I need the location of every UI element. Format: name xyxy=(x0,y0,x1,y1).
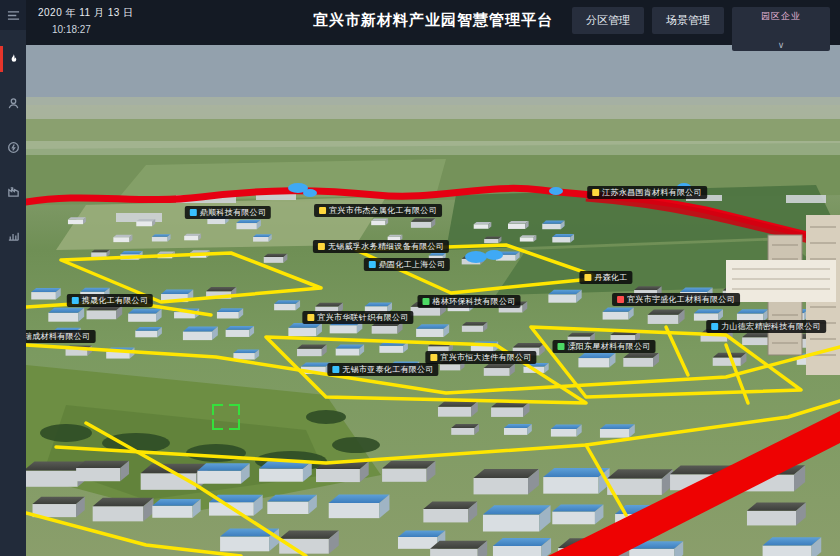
company-marker-icon xyxy=(369,261,376,268)
company-name: 无锡市亚泰化工有限公司 xyxy=(342,365,433,374)
map-company-label[interactable]: 鼎固化工上海公司 xyxy=(364,258,450,271)
map-company-label[interactable]: 无锡威孚水务精细设备有限公司 xyxy=(313,240,449,253)
map-3d-viewport[interactable]: 鼎顺科技有限公司宜兴市伟杰金属化工有限公司无锡威孚水务精细设备有限公司鼎固化工上… xyxy=(26,45,840,556)
company-name: 宜兴市恒大连件有限公司 xyxy=(440,353,531,362)
company-name: 格林环保科技有限公司 xyxy=(433,297,516,306)
map-company-label[interactable]: 新瑞成材料有限公司 xyxy=(26,330,95,343)
map-company-label[interactable]: 鼎顺科技有限公司 xyxy=(185,206,271,219)
power-icon xyxy=(7,141,20,154)
menu-icon[interactable] xyxy=(0,0,26,30)
bar-chart-icon xyxy=(7,229,20,242)
company-name: 携晟化工有限公司 xyxy=(82,296,148,305)
company-marker-icon xyxy=(72,297,79,304)
zone-manage-button[interactable]: 分区管理 xyxy=(572,7,644,34)
scene-manage-button[interactable]: 场景管理 xyxy=(652,7,724,34)
map-company-label[interactable]: 丹森化工 xyxy=(579,271,632,284)
chevron-down-icon: ∨ xyxy=(742,41,820,49)
sidebar-item-statistics[interactable] xyxy=(0,220,26,250)
map-company-label[interactable]: 力山德宏精密科技有限公司 xyxy=(706,320,826,333)
company-name: 江苏永昌国肯材料有限公司 xyxy=(602,188,702,197)
company-marker-icon xyxy=(617,296,624,303)
company-marker-icon xyxy=(423,298,430,305)
company-name: 鼎顺科技有限公司 xyxy=(200,208,266,217)
company-name: 鼎固化工上海公司 xyxy=(379,260,445,269)
company-marker-icon xyxy=(319,207,326,214)
park-enterprise-dropdown[interactable]: 园区企业 ∨ xyxy=(732,7,830,51)
sidebar-item-power[interactable] xyxy=(0,132,26,162)
company-marker-icon xyxy=(430,354,437,361)
fire-icon xyxy=(7,53,20,66)
company-marker-icon xyxy=(584,274,591,281)
sidebar-item-fire[interactable] xyxy=(0,44,26,74)
company-name: 力山德宏精密科技有限公司 xyxy=(721,322,821,331)
map-company-label[interactable]: 宜兴市宇盛化工材料有限公司 xyxy=(612,293,740,306)
sidebar-item-worker[interactable] xyxy=(0,88,26,118)
map-company-label[interactable]: 格林环保科技有限公司 xyxy=(418,295,521,308)
map-company-label[interactable]: 无锡市亚泰化工有限公司 xyxy=(327,363,438,376)
map-company-label[interactable]: 宜兴市华联针织有限公司 xyxy=(302,311,413,324)
company-name: 无锡威孚水务精细设备有限公司 xyxy=(328,242,444,251)
company-name: 宜兴市华联针织有限公司 xyxy=(317,313,408,322)
company-marker-icon xyxy=(318,243,325,250)
company-marker-icon xyxy=(332,366,339,373)
map-company-label[interactable]: 携晟化工有限公司 xyxy=(67,294,153,307)
company-marker-icon xyxy=(307,314,314,321)
map-company-label[interactable]: 溧阳东星材料有限公司 xyxy=(553,340,656,353)
company-name: 新瑞成材料有限公司 xyxy=(26,332,90,341)
factory-icon xyxy=(7,185,20,198)
company-marker-icon xyxy=(592,189,599,196)
company-marker-icon xyxy=(711,323,718,330)
top-header: 2020 年 11 月 13 日 10:18:27 宜兴市新材料产业园智慧管理平… xyxy=(26,0,840,45)
map-company-label[interactable]: 宜兴市恒大连件有限公司 xyxy=(425,351,536,364)
company-name: 宜兴市宇盛化工材料有限公司 xyxy=(627,295,735,304)
company-marker-icon xyxy=(558,343,565,350)
worker-icon xyxy=(7,97,20,110)
company-marker-icon xyxy=(190,209,197,216)
map-company-label[interactable]: 江苏永昌国肯材料有限公司 xyxy=(587,186,707,199)
company-name: 丹森化工 xyxy=(594,273,627,282)
company-name: 溧阳东星材料有限公司 xyxy=(568,342,651,351)
dropdown-label: 园区企业 xyxy=(742,10,820,23)
map-company-label[interactable]: 宜兴市伟杰金属化工有限公司 xyxy=(314,204,442,217)
sidebar-item-factory[interactable] xyxy=(0,176,26,206)
target-reticle xyxy=(212,404,240,430)
company-name: 宜兴市伟杰金属化工有限公司 xyxy=(329,206,437,215)
left-sidebar xyxy=(0,0,26,556)
